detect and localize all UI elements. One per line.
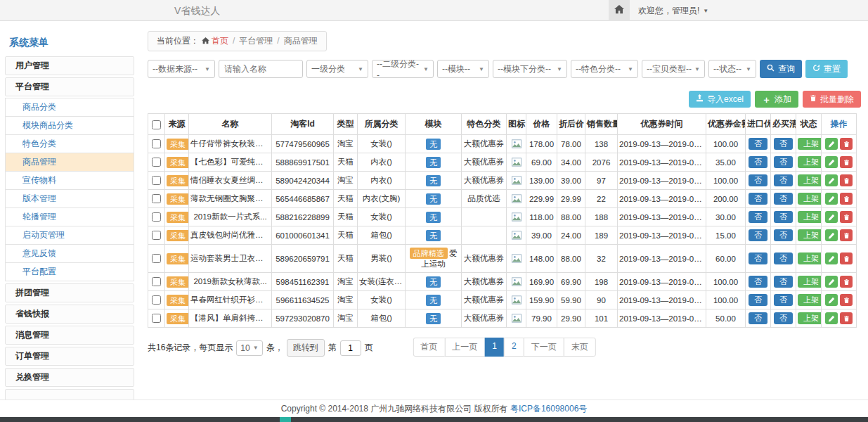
sidebar-item[interactable]: 兑换管理 (5, 368, 134, 387)
sidebar-item[interactable]: 用户管理 (5, 56, 134, 75)
row-checkbox[interactable] (152, 295, 161, 305)
must-buy-toggle[interactable]: 否 (774, 252, 793, 264)
home-button[interactable] (609, 0, 630, 21)
row-checkbox[interactable] (152, 231, 161, 240)
status-toggle[interactable]: 上架 (798, 229, 822, 241)
sidebar-subitem[interactable]: 轮播管理 (5, 207, 134, 226)
edit-button[interactable] (825, 174, 838, 186)
page-item[interactable]: 2 (504, 338, 524, 357)
page-current[interactable]: 1 (484, 338, 505, 357)
filter-select[interactable]: --状态--▼ (708, 60, 756, 78)
row-checkbox[interactable] (152, 194, 161, 203)
sidebar-subitem[interactable]: 商品管理 (5, 153, 134, 172)
row-checkbox[interactable] (152, 139, 161, 148)
must-buy-toggle[interactable]: 否 (774, 294, 793, 306)
batch-delete-button[interactable]: 批量删除 (803, 91, 861, 108)
import-choice-toggle[interactable]: 否 (749, 276, 767, 288)
sidebar-item-partial[interactable] (5, 389, 134, 399)
page-item[interactable]: 首页 (413, 338, 445, 357)
sidebar-subitem[interactable]: 版本管理 (5, 189, 134, 208)
row-checkbox[interactable] (152, 254, 161, 263)
must-buy-toggle[interactable]: 否 (774, 312, 793, 324)
sidebar-subitem[interactable]: 模块商品分类 (5, 116, 134, 135)
sidebar-subitem[interactable]: 商品分类 (5, 98, 134, 117)
row-checkbox[interactable] (152, 176, 161, 185)
edit-button[interactable] (825, 211, 838, 223)
delete-button[interactable] (840, 138, 853, 150)
edit-button[interactable] (825, 312, 838, 324)
status-toggle[interactable]: 上架 (798, 252, 822, 264)
status-toggle[interactable]: 上架 (798, 211, 822, 223)
scrollbar-thumb[interactable] (280, 417, 291, 422)
search-button[interactable]: 查询 (760, 60, 802, 78)
delete-button[interactable] (840, 276, 853, 288)
sidebar-subitem[interactable]: 平台配置 (5, 262, 134, 281)
import-choice-toggle[interactable]: 否 (749, 174, 767, 186)
jump-button[interactable]: 跳转到 (287, 339, 325, 357)
row-checkbox[interactable] (152, 212, 161, 222)
row-checkbox[interactable] (152, 158, 161, 167)
edit-button[interactable] (825, 276, 838, 288)
edit-button[interactable] (825, 294, 838, 306)
import-excel-button[interactable]: 导入excel (689, 91, 751, 108)
import-choice-toggle[interactable]: 否 (749, 312, 767, 324)
name-search-input[interactable] (219, 60, 303, 78)
sidebar-item[interactable]: 平台管理 (5, 77, 134, 96)
filter-select[interactable]: --模块--▼ (437, 60, 489, 78)
import-choice-toggle[interactable]: 否 (749, 229, 767, 241)
edit-button[interactable] (825, 252, 838, 264)
must-buy-toggle[interactable]: 否 (774, 138, 793, 150)
must-buy-toggle[interactable]: 否 (774, 193, 793, 205)
status-toggle[interactable]: 上架 (798, 138, 822, 150)
status-toggle[interactable]: 上架 (798, 312, 822, 324)
delete-button[interactable] (840, 229, 853, 241)
must-buy-toggle[interactable]: 否 (774, 276, 793, 288)
delete-button[interactable] (840, 211, 853, 223)
row-checkbox[interactable] (152, 314, 161, 323)
page-item[interactable]: 末页 (564, 338, 596, 357)
import-choice-toggle[interactable]: 否 (749, 294, 767, 306)
breadcrumb-item[interactable]: 平台管理 (228, 35, 273, 47)
sidebar-item[interactable]: 订单管理 (5, 347, 134, 366)
must-buy-toggle[interactable]: 否 (774, 229, 793, 241)
status-toggle[interactable]: 上架 (798, 276, 822, 288)
row-checkbox[interactable] (152, 277, 161, 286)
add-button[interactable]: ＋ 添加 (755, 91, 798, 108)
select-all-checkbox[interactable] (152, 120, 161, 129)
sidebar-subitem[interactable]: 意见反馈 (5, 244, 134, 263)
delete-button[interactable] (840, 193, 853, 205)
edit-button[interactable] (825, 229, 838, 241)
status-toggle[interactable]: 上架 (798, 294, 822, 306)
breadcrumb-home-link[interactable]: 首页 (202, 35, 228, 47)
edit-button[interactable] (825, 193, 838, 205)
delete-button[interactable] (840, 174, 853, 186)
import-choice-toggle[interactable]: 否 (749, 156, 767, 168)
sidebar-subitem[interactable]: 启动页管理 (5, 226, 134, 245)
icp-link[interactable]: 粤ICP备16098006号 (510, 403, 587, 415)
reset-button[interactable]: 重置 (805, 60, 848, 78)
import-choice-toggle[interactable]: 否 (749, 252, 767, 264)
status-toggle[interactable]: 上架 (798, 193, 822, 205)
sidebar-subitem[interactable]: 宣传物料 (5, 171, 134, 190)
delete-button[interactable] (840, 156, 853, 168)
sidebar-item[interactable]: 省钱快报 (5, 305, 134, 324)
filter-select[interactable]: --宝贝类型--▼ (642, 60, 705, 78)
must-buy-toggle[interactable]: 否 (774, 211, 793, 223)
edit-button[interactable] (825, 138, 838, 150)
delete-button[interactable] (840, 312, 853, 324)
must-buy-toggle[interactable]: 否 (774, 156, 793, 168)
filter-select[interactable]: --数据来源--▼ (148, 60, 215, 78)
filter-select[interactable]: --特色分类--▼ (571, 60, 638, 78)
sidebar-item[interactable]: 消息管理 (5, 326, 134, 345)
delete-button[interactable] (840, 252, 853, 264)
import-choice-toggle[interactable]: 否 (749, 193, 767, 205)
page-item[interactable]: 上一页 (444, 338, 485, 357)
page-item[interactable]: 下一页 (524, 338, 564, 357)
sidebar-item[interactable]: 拼团管理 (5, 283, 134, 302)
filter-select[interactable]: 一级分类▼ (306, 60, 368, 78)
edit-button[interactable] (825, 156, 838, 168)
status-toggle[interactable]: 上架 (798, 174, 822, 186)
sidebar-subitem[interactable]: 特色分类 (5, 134, 134, 153)
page-number-input[interactable] (340, 340, 361, 356)
import-choice-toggle[interactable]: 否 (749, 211, 767, 223)
